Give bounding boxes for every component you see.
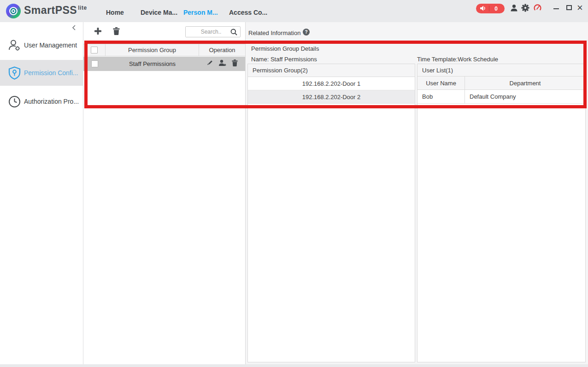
- minimize-button[interactable]: [553, 8, 559, 9]
- related-information-title: Related Information: [248, 30, 300, 36]
- tab-home[interactable]: Home: [106, 9, 124, 16]
- tab-device-manager[interactable]: Device Ma...: [141, 9, 177, 16]
- related-information-region: Related Information ? Permission Group D…: [246, 22, 588, 364]
- column-permission-group: Permission Group: [106, 44, 199, 56]
- door-list-item: 192.168.2.202-Door 2: [248, 90, 415, 104]
- permission-group-list: Permission Group(2) 192.168.2.202-Door 1…: [247, 64, 415, 362]
- group-name: Staff Permissions: [106, 60, 199, 67]
- brand-title: SmartPSSlite: [24, 4, 87, 17]
- user-list-header: User List(1): [417, 64, 585, 77]
- permission-group-details-title: Permission Group Details: [251, 45, 319, 52]
- row-checkbox[interactable]: [91, 60, 98, 67]
- column-department: Department: [465, 77, 585, 89]
- group-table-header: Permission Group Operation: [83, 44, 245, 56]
- alarm-counter-pill[interactable]: 0: [476, 4, 505, 13]
- sidebar-item-label: Authorization Pro...: [24, 98, 79, 105]
- window-bottom-edge: [0, 364, 588, 367]
- sidebar: User Management Permission Confi... Auth…: [0, 22, 83, 364]
- speaker-icon: [480, 5, 486, 13]
- sidebar-collapse-chevron-icon[interactable]: [71, 24, 78, 31]
- door-list-item: 192.168.2.202-Door 1: [248, 77, 415, 90]
- title-bar: SmartPSSlite Home Device Ma... Person M.…: [0, 0, 588, 22]
- related-information-body: Permission Group Details Name: Staff Per…: [246, 41, 588, 363]
- sidebar-item-label: User Management: [24, 41, 77, 49]
- edit-pencil-icon[interactable]: [206, 60, 213, 68]
- delete-group-button[interactable]: [113, 27, 120, 37]
- app-logo-icon: [6, 3, 21, 19]
- time-template-line: Time Template:Work Schedule: [417, 56, 498, 63]
- group-row-staff-permissions[interactable]: Staff Permissions: [83, 57, 245, 71]
- sidebar-item-authorization-progress[interactable]: Authorization Pro...: [0, 89, 83, 113]
- sidebar-item-user-management[interactable]: User Management: [0, 33, 83, 57]
- department-cell: Default Company: [465, 90, 585, 103]
- search-icon[interactable]: [230, 29, 237, 37]
- user-list-columns: User Name Department: [417, 77, 585, 90]
- tab-person-manager[interactable]: Person M...: [183, 9, 218, 16]
- delete-row-trash-icon[interactable]: [232, 59, 238, 68]
- close-button[interactable]: ×: [577, 2, 583, 14]
- user-gear-icon: [7, 39, 21, 52]
- select-all-checkbox[interactable]: [91, 47, 98, 53]
- account-icon[interactable]: [510, 4, 518, 13]
- sidebar-item-permission-config[interactable]: Permission Confi...: [0, 60, 83, 86]
- settings-gear-icon[interactable]: [521, 4, 529, 14]
- group-toolbar: [83, 22, 245, 41]
- alarm-count: 0: [489, 6, 505, 12]
- add-user-icon[interactable]: [218, 59, 226, 68]
- shield-key-icon: [7, 66, 21, 80]
- search-input[interactable]: [186, 27, 230, 37]
- add-group-button[interactable]: [94, 28, 101, 36]
- sidebar-item-label: Permission Confi...: [24, 69, 78, 77]
- fault-gauge-icon[interactable]: [534, 4, 541, 13]
- column-operation: Operation: [199, 44, 245, 56]
- user-name-cell: Bob: [417, 90, 465, 103]
- user-list-row: Bob Default Company: [417, 90, 585, 104]
- maximize-button[interactable]: [566, 5, 572, 10]
- clock-icon: [7, 95, 21, 108]
- search-box: [185, 26, 241, 37]
- group-name-line: Name: Staff Permissions: [251, 56, 317, 63]
- permission-group-panel: Permission Group Operation Staff Permiss…: [83, 22, 246, 364]
- permission-group-list-header: Permission Group(2): [248, 64, 415, 77]
- column-user-name: User Name: [417, 77, 465, 89]
- tab-access-control[interactable]: Access Co...: [229, 9, 267, 16]
- help-icon[interactable]: ?: [303, 29, 310, 36]
- user-list: User List(1) User Name Department Bob De…: [417, 64, 586, 362]
